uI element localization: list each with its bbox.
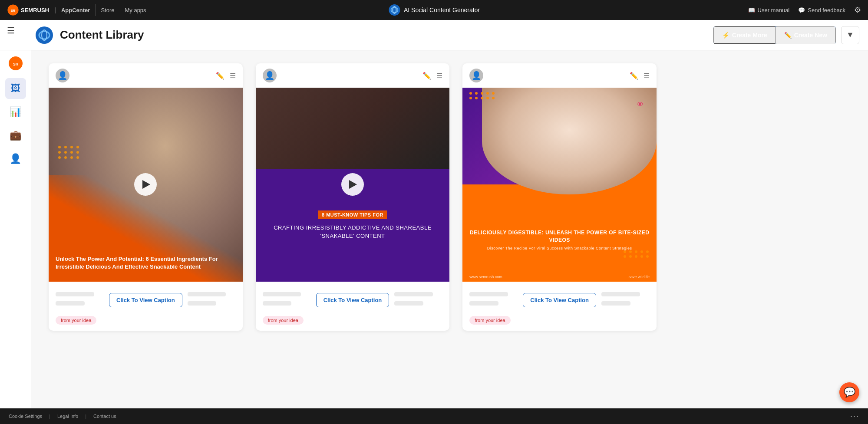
card-1-caption-button[interactable]: Click To View Caption bbox=[109, 293, 182, 307]
card-2-caption-button[interactable]: Click To View Caption bbox=[316, 293, 389, 307]
card-3-avatar: 👤 bbox=[469, 69, 483, 82]
semrush-logo: SR SEMRUSH bbox=[7, 4, 49, 16]
card-3-footer-left: www.semrush.com bbox=[469, 275, 502, 279]
store-link[interactable]: Store bbox=[101, 7, 114, 13]
chat-bubble-button[interactable]: 💬 bbox=[839, 382, 859, 402]
card-1-text: Unlock The Power And Potential: 6 Essent… bbox=[56, 255, 236, 271]
play-triangle-icon bbox=[142, 180, 150, 189]
card-1-header: 👤 ✏️ ☰ bbox=[49, 63, 243, 88]
page-title: Content Library bbox=[60, 28, 144, 42]
card-1-blurred-4 bbox=[188, 301, 217, 306]
app-icon bbox=[388, 4, 400, 16]
card-3-actions: ✏️ ☰ bbox=[630, 72, 650, 80]
svg-text:SR: SR bbox=[11, 9, 15, 12]
card-2-main-text: CRAFTING IRRESISTIBLY ADDICTIVE AND SHAR… bbox=[264, 224, 441, 240]
appcenter-text: AppCenter bbox=[61, 7, 90, 13]
filter-button[interactable]: ▼ bbox=[841, 26, 859, 44]
create-new-button[interactable]: ✏️ Create New bbox=[776, 26, 836, 44]
header-actions: ⚡ Create More ✏️ Create New ▼ bbox=[713, 26, 859, 44]
top-nav-right: 📖 User manual 💬 Send feedback ⚙ bbox=[748, 5, 861, 15]
card-3-dots-bottom bbox=[624, 250, 650, 258]
card-1-body: Click To View Caption from your idea bbox=[49, 282, 243, 331]
card-3-image: 👁 DELICIOUSLY DIGESTIBLE: UNLEASH THE PO… bbox=[462, 88, 657, 282]
content-library-icon bbox=[35, 26, 54, 45]
content-card-3: 👤 ✏️ ☰ 👁 DELICIOUSLY DIGE bbox=[462, 63, 657, 331]
svg-point-5 bbox=[36, 26, 53, 44]
card-1-actions: ✏️ ☰ bbox=[216, 72, 236, 80]
card-3-menu-button[interactable]: ☰ bbox=[644, 72, 650, 80]
myapps-link[interactable]: My apps bbox=[125, 7, 146, 13]
play-triangle-icon-2 bbox=[349, 180, 357, 189]
card-3-text-lines-right bbox=[601, 292, 650, 308]
sidebar: SR 🖼 📊 💼 👤 bbox=[0, 50, 31, 408]
card-1-play-button[interactable] bbox=[134, 173, 157, 196]
page-brand: Content Library bbox=[35, 26, 144, 45]
card-3-photo bbox=[482, 88, 657, 194]
card-3-tag: from your idea bbox=[469, 316, 510, 325]
card-2-text-lines-right bbox=[394, 292, 442, 308]
card-1-caption-row: Click To View Caption bbox=[56, 292, 236, 308]
person-icon: 👤 bbox=[10, 153, 21, 164]
sidebar-item-images[interactable]: 🖼 bbox=[5, 78, 26, 99]
feedback-icon: 💬 bbox=[798, 7, 805, 13]
card-2-blurred-1 bbox=[263, 292, 301, 296]
hamburger-button[interactable]: ☰ bbox=[7, 25, 15, 36]
brand-logo[interactable]: SR SEMRUSH | AppCenter bbox=[7, 4, 96, 16]
user-manual-link[interactable]: 📖 User manual bbox=[748, 7, 790, 13]
pencil-icon: ✏️ bbox=[784, 32, 792, 39]
card-3-footer: www.semrush.com save.wildlife bbox=[469, 275, 650, 279]
card-2-blurred-4 bbox=[394, 301, 423, 306]
card-2-text-lines bbox=[263, 292, 311, 308]
card-2-body: Click To View Caption from your idea bbox=[256, 282, 450, 331]
chart-icon: 📊 bbox=[10, 106, 21, 118]
card-2-image: 8 MUST-KNOW TIPS FOR CRAFTING IRRESISTIB… bbox=[256, 88, 450, 282]
card-3-blurred-3 bbox=[601, 292, 640, 296]
top-navigation: SR SEMRUSH | AppCenter Store My apps AI … bbox=[0, 0, 868, 20]
card-2-tag: from your idea bbox=[263, 316, 304, 325]
send-feedback-link[interactable]: 💬 Send feedback bbox=[798, 7, 845, 13]
card-3-blurred-1 bbox=[469, 292, 508, 296]
content-card-1: 👤 ✏️ ☰ Unlock The Power And Potentia bbox=[49, 63, 243, 331]
svg-point-2 bbox=[389, 4, 400, 16]
card-3-blurred-2 bbox=[469, 301, 498, 306]
sidebar-semrush-logo[interactable]: SR bbox=[8, 56, 23, 71]
card-3-body: Click To View Caption from your idea bbox=[462, 282, 657, 331]
image-icon: 🖼 bbox=[11, 83, 20, 94]
avatar-icon: 👤 bbox=[58, 71, 67, 80]
card-1-text-lines-right bbox=[188, 292, 236, 308]
create-more-button[interactable]: ⚡ Create More bbox=[713, 26, 776, 44]
card-3-dots-top bbox=[469, 92, 495, 99]
content-card-2: 👤 ✏️ ☰ 8 MUST-KNOW TIPS FOR CRAFTING IRR… bbox=[256, 63, 450, 331]
card-2-avatar: 👤 bbox=[263, 69, 277, 82]
card-3-header: 👤 ✏️ ☰ bbox=[462, 63, 657, 88]
card-3-caption-button[interactable]: Click To View Caption bbox=[523, 293, 596, 307]
card-1-edit-button[interactable]: ✏️ bbox=[216, 72, 224, 80]
sidebar-item-profile[interactable]: 👤 bbox=[5, 148, 26, 169]
sidebar-item-portfolio[interactable]: 💼 bbox=[5, 125, 26, 146]
card-2-caption-row: Click To View Caption bbox=[263, 292, 443, 308]
card-3-edit-button[interactable]: ✏️ bbox=[630, 72, 638, 80]
card-1-tag: from your idea bbox=[56, 316, 96, 325]
card-1-text-lines bbox=[56, 292, 104, 308]
sidebar-item-analytics[interactable]: 📊 bbox=[5, 102, 26, 122]
card-1-menu-button[interactable]: ☰ bbox=[230, 72, 236, 80]
card-2-edit-button[interactable]: ✏️ bbox=[422, 72, 431, 80]
secondary-header: Content Library ⚡ Create More ✏️ Create … bbox=[0, 20, 868, 50]
main-content: 👤 ✏️ ☰ Unlock The Power And Potentia bbox=[31, 50, 868, 408]
center-app-label: AI Social Content Generator bbox=[388, 4, 480, 16]
card-3-caption-row: Click To View Caption bbox=[469, 292, 650, 308]
card-2-menu-button[interactable]: ☰ bbox=[436, 72, 442, 80]
eye-icon: 👁 bbox=[637, 101, 644, 108]
card-1-blurred-2 bbox=[56, 301, 85, 306]
card-2-photo bbox=[256, 88, 450, 175]
card-2-header: 👤 ✏️ ☰ bbox=[256, 63, 450, 88]
card-3-footer-right: save.wildlife bbox=[628, 275, 650, 279]
card-1-image: Unlock The Power And Potential: 6 Essent… bbox=[49, 88, 243, 282]
card-1-dots bbox=[58, 146, 80, 159]
card-2-play-button[interactable] bbox=[341, 173, 364, 196]
card-3-subtitle: Discover The Recipe For Viral Success Wi… bbox=[469, 246, 650, 251]
card-1-blurred-3 bbox=[188, 292, 226, 296]
card-3-main-text: DELICIOUSLY DIGESTIBLE: UNLEASH THE POWE… bbox=[469, 229, 650, 251]
card-2-blurred-2 bbox=[263, 301, 292, 306]
settings-icon[interactable]: ⚙ bbox=[854, 5, 861, 15]
